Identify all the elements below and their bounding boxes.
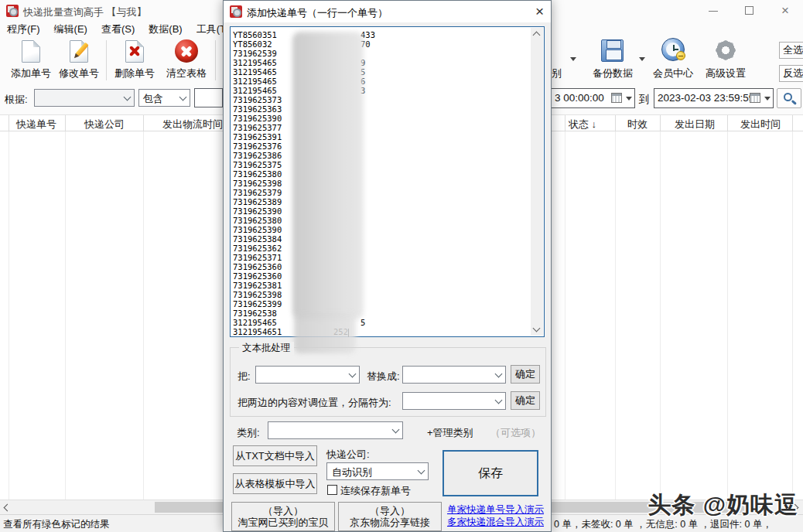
tracking-number-line: 7319625363 [233,104,519,114]
optional-note: （可选项） [490,426,541,440]
col-ship-time[interactable]: 发出时间 [740,118,781,131]
date-to-value: 2023-02-03 23:59:59 [658,92,754,104]
dropdown-caret-icon[interactable] [570,57,576,61]
manage-category-link[interactable]: +管理类别 [427,426,473,440]
tracking-number-line: 7319625390 [233,225,519,234]
scroll-up-icon[interactable] [533,32,541,39]
filter-field-select[interactable] [34,89,135,107]
add-number-button[interactable]: 添加单号 [8,37,54,85]
menu-view[interactable]: 查看(S) [94,22,142,37]
delete-number-label: 删除单号 [114,66,155,80]
tracking-number-line: 7319625389 [233,197,519,206]
courier-company-select[interactable]: 自动识别 [326,462,429,480]
demo-single-link[interactable]: 单家快递单号导入演示 [447,503,544,517]
close-icon[interactable]: × [781,4,789,17]
menu-program[interactable]: 程序(F) [0,22,47,37]
replace-to-select[interactable] [402,366,506,384]
gear-icon [714,39,737,62]
add-number-label: 添加单号 [11,66,51,80]
save-button[interactable]: 保存 [443,450,538,496]
match-mode-select[interactable]: 包含 [138,89,190,107]
clear-table-label: 清空表格 [166,66,207,80]
edit-number-label: 修改单号 [59,66,99,80]
textarea-scrollbar[interactable] [531,28,543,336]
import-taobao-button[interactable]: （导入） 淘宝网已买到的宝贝 [231,502,335,531]
demo-multi-link[interactable]: 多家快递混合导入演示 [447,516,544,529]
scroll-left-icon[interactable] [4,504,12,512]
import-txt-button[interactable]: 从TXT文档中导入 [233,445,317,466]
member-center-label: 会员中心 [653,66,693,80]
chevron-down-icon [495,396,503,404]
minimize-icon[interactable] [709,11,718,12]
category-select[interactable] [268,421,403,439]
tracking-number-line: 3121954651252 [233,327,519,336]
import-jd-line1: （导入） [339,505,441,517]
delete-number-button[interactable]: 删除单号 [111,37,158,85]
advanced-settings-button[interactable]: 高级设置 [702,37,749,85]
clear-table-button[interactable]: 清空表格 [164,37,210,85]
hidden-tool-partial-label: 别 [552,66,562,80]
tracking-number-line: 7319625380 [233,216,519,225]
col-aging[interactable]: 时效 [627,118,648,131]
import-taobao-line1: （导入） [232,505,334,517]
invert-selection-button[interactable]: 反选 [779,65,803,82]
add-numbers-dialog: 添加快递单号（一行一个单号） × YT8560351433YT856032707… [223,0,552,532]
menu-data[interactable]: 数据(B) [142,22,189,37]
edit-number-button[interactable]: 修改单号 [56,37,102,85]
toolbar-separator [215,40,216,80]
col-tracking-number[interactable]: 快递单号 [16,118,56,131]
app-icon [230,5,242,18]
scroll-down-icon[interactable] [533,325,541,332]
search-button[interactable] [777,88,801,108]
tracking-lines: YT8560351433YT85603270731962539312195465… [233,30,519,336]
tracking-number-line: 7319625386 [233,151,519,160]
tracking-number-line: 7319625377 [233,123,519,132]
replace-from-label: 把: [237,370,251,384]
chevron-down-icon[interactable] [626,97,632,101]
select-all-button[interactable]: 全选 [779,42,803,59]
continuous-save-checkbox[interactable] [327,485,337,495]
tracking-number-line: 7319625399 [233,299,519,309]
tracking-number-line: 7319625380 [233,169,519,179]
date-to-input[interactable]: 2023-02-03 23:59:59 [654,88,774,108]
swap-ok-button[interactable]: 确定 [511,391,540,410]
dropdown-caret-icon[interactable] [639,57,645,61]
toolbar-separator [106,40,107,80]
dialog-titlebar: 添加快递单号（一行一个单号） × [224,1,551,22]
replace-ok-button[interactable]: 确定 [511,365,540,384]
tracking-number-line: 7319625381 [233,281,519,290]
tracking-number-line: 3121954655 [233,67,519,77]
filter-keyword-input[interactable] [194,88,223,107]
search-icon [784,93,792,101]
tracking-number-line: 7319625384 [233,234,519,244]
tracking-number-line: 7319625376 [233,142,519,151]
import-template-button[interactable]: 从表格模板中导入 [233,473,317,494]
tracking-number-line: 7319625375 [233,160,519,169]
col-ship-logistics-time[interactable]: 发出物流时间 [162,118,223,131]
tracking-numbers-textarea[interactable]: YT8560351433YT85603270731962539312195465… [230,26,545,337]
date-from-input[interactable]: 3 00:00:00 [552,88,635,108]
text-batch-groupbox: 文本批处理 把: 替换成: 确定 把两边的内容对调位置，分隔符为: 确定 [230,347,546,417]
col-courier-company[interactable]: 快递公司 [84,118,125,131]
col-ship-date[interactable]: 发出日期 [675,118,715,131]
tracking-number-line: 3121954655 [233,318,519,327]
courier-company-label: 快递公司: [326,448,370,462]
import-jd-button[interactable]: （导入） 京东物流分享链接 [338,502,442,531]
maximize-icon[interactable] [745,6,753,15]
replace-from-select[interactable] [255,366,360,384]
tracking-number-line: 3121954653 [233,86,519,95]
groupbox-title: 文本批处理 [239,342,294,355]
chevron-down-icon [179,93,187,101]
col-status[interactable]: 状态 ↓ [569,118,596,131]
tracking-number-line: 7319625360 [233,262,519,271]
chevron-down-icon [418,466,425,474]
dialog-close-icon[interactable]: × [535,4,544,19]
tracking-number-line: 7319625373 [233,95,519,104]
member-center-button[interactable]: 会员中心 [650,37,696,85]
chevron-down-icon[interactable] [764,97,771,101]
chevron-down-icon [349,370,357,377]
swap-separator-select[interactable] [402,392,506,410]
menu-edit[interactable]: 编辑(E) [47,22,94,37]
tracking-number-line: 7319625398 [233,179,519,188]
backup-data-button[interactable]: 备份数据 [588,37,637,85]
